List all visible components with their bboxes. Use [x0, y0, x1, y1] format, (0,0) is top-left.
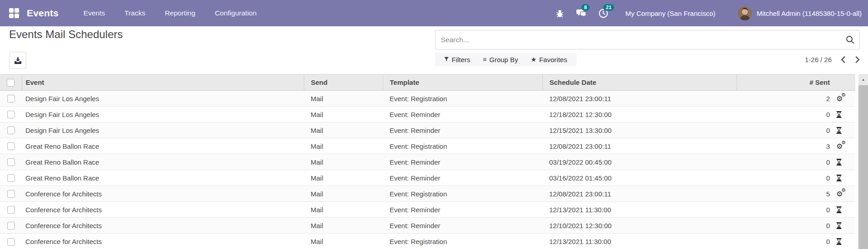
row-checkbox[interactable]	[7, 142, 15, 150]
table-row[interactable]: Conference for Architects Mail Event: Re…	[0, 234, 855, 249]
column-header-schedule-date[interactable]: Schedule Date	[542, 74, 736, 91]
cogs-icon: ⚙⚙	[836, 142, 846, 150]
search-input[interactable]	[435, 30, 860, 49]
cell-send: Mail	[304, 218, 383, 234]
filters-button[interactable]: Filters	[438, 53, 477, 66]
cell-event: Great Reno Ballon Race	[22, 138, 304, 154]
search-icon[interactable]	[846, 35, 854, 46]
favorites-button[interactable]: ★ Favorites	[524, 53, 573, 66]
cell-sent: 3	[736, 138, 833, 154]
row-checkbox[interactable]	[7, 190, 15, 198]
cell-send: Mail	[304, 91, 383, 107]
pager-previous-icon[interactable]	[841, 56, 846, 63]
company-switcher[interactable]: My Company (San Francisco)	[625, 10, 715, 17]
table-body: Design Fair Los Angeles Mail Event: Regi…	[0, 91, 855, 249]
column-header-sent[interactable]: # Sent	[736, 74, 833, 91]
page-title: Events Mail Schedulers	[9, 28, 123, 41]
menu-configuration[interactable]: Configuration	[215, 9, 257, 17]
hourglass-icon	[836, 206, 842, 214]
cell-event: Design Fair Los Angeles	[22, 107, 304, 122]
cell-send: Mail	[304, 170, 383, 186]
menu-reporting[interactable]: Reporting	[165, 9, 195, 17]
cell-sent: 2	[736, 91, 833, 107]
cell-send: Mail	[304, 202, 383, 218]
activities-badge: 21	[603, 4, 614, 11]
table-row[interactable]: Great Reno Ballon Race Mail Event: Regis…	[0, 138, 855, 154]
row-checkbox[interactable]	[7, 222, 15, 229]
cell-schedule-date: 03/19/2022 00:45:00	[542, 154, 736, 170]
column-header-template[interactable]: Template	[383, 74, 542, 91]
cell-event: Conference for Architects	[22, 218, 304, 234]
row-checkbox[interactable]	[7, 206, 15, 214]
cell-sent: 0	[736, 122, 833, 138]
apps-grid-square	[9, 14, 14, 18]
cell-template: Event: Registration	[383, 234, 542, 249]
row-checkbox[interactable]	[7, 174, 15, 182]
select-all-checkbox[interactable]	[7, 79, 15, 87]
search-bar	[435, 30, 860, 49]
table-row[interactable]: Design Fair Los Angeles Mail Event: Remi…	[0, 107, 855, 122]
table-row[interactable]: Great Reno Ballon Race Mail Event: Remin…	[0, 154, 855, 170]
table-row[interactable]: Design Fair Los Angeles Mail Event: Remi…	[0, 122, 855, 138]
search-options-bar: Filters ≡ Group By ★ Favorites	[435, 53, 576, 66]
avatar[interactable]	[738, 6, 752, 20]
group-by-button[interactable]: ≡ Group By	[477, 53, 525, 66]
cell-template: Event: Reminder	[383, 154, 542, 170]
pager-value[interactable]: 1-26 / 26	[805, 56, 832, 63]
activities-clock-icon[interactable]: 21	[597, 7, 609, 19]
group-by-bars-icon: ≡	[483, 56, 487, 63]
cell-schedule-date: 12/08/2021 23:00:11	[542, 186, 736, 202]
cell-send: Mail	[304, 122, 383, 138]
mail-schedulers-table: Event Send Template Schedule Date # Sent…	[0, 74, 855, 249]
app-brand[interactable]: Events	[27, 8, 59, 19]
cell-sent: 0	[736, 170, 833, 186]
menu-events[interactable]: Events	[83, 9, 105, 17]
row-checkbox[interactable]	[7, 238, 15, 246]
column-header-send[interactable]: Send	[304, 74, 383, 91]
cell-template: Event: Registration	[383, 138, 542, 154]
cell-template: Event: Registration	[383, 186, 542, 202]
table-row[interactable]: Conference for Architects Mail Event: Re…	[0, 202, 855, 218]
cell-schedule-date: 12/18/2021 12:30:00	[542, 107, 736, 122]
cell-event: Great Reno Ballon Race	[22, 154, 304, 170]
download-icon	[14, 57, 22, 64]
messages-badge: 8	[581, 4, 590, 11]
debug-bug-icon[interactable]	[554, 7, 566, 19]
hourglass-icon	[836, 127, 842, 134]
pager-next-icon[interactable]	[855, 56, 860, 63]
table-row[interactable]: Design Fair Los Angeles Mail Event: Regi…	[0, 91, 855, 107]
cell-schedule-date: 12/13/2021 11:30:00	[542, 202, 736, 218]
star-icon: ★	[531, 56, 536, 63]
column-header-event[interactable]: Event	[22, 74, 304, 91]
top-navbar: Events Events Tracks Reporting Configura…	[0, 0, 868, 26]
user-menu[interactable]: Mitchell Admin (11485380-15-0-all)	[756, 10, 862, 17]
table-row[interactable]: Great Reno Ballon Race Mail Event: Remin…	[0, 170, 855, 186]
row-checkbox[interactable]	[7, 158, 15, 166]
apps-grid-square	[9, 8, 14, 13]
cell-schedule-date: 12/08/2021 23:00:11	[542, 138, 736, 154]
hourglass-icon	[836, 174, 842, 182]
table-row[interactable]: Conference for Architects Mail Event: Re…	[0, 186, 855, 202]
row-checkbox[interactable]	[7, 127, 15, 134]
cell-template: Event: Reminder	[383, 170, 542, 186]
menu-tracks[interactable]: Tracks	[124, 9, 145, 17]
export-button[interactable]	[9, 52, 26, 69]
cogs-icon: ⚙⚙	[836, 95, 846, 103]
scrollbar-thumb[interactable]	[858, 85, 868, 249]
main-menu: Events Tracks Reporting Configuration	[83, 9, 257, 17]
scrollbar-up-arrow-icon[interactable]: ▲	[858, 74, 868, 85]
column-header-state	[833, 74, 855, 91]
apps-grid-icon[interactable]	[9, 8, 19, 18]
hourglass-icon	[836, 238, 842, 245]
systray: 8 21 My Company (San Francisco) Mitchell…	[554, 6, 862, 20]
row-checkbox[interactable]	[7, 111, 15, 118]
cell-event: Great Reno Ballon Race	[22, 170, 304, 186]
table-row[interactable]: Conference for Architects Mail Event: Re…	[0, 218, 855, 234]
cell-send: Mail	[304, 154, 383, 170]
hourglass-icon	[836, 111, 842, 118]
cell-sent: 0	[736, 107, 833, 122]
row-checkbox[interactable]	[7, 95, 15, 103]
messages-icon[interactable]: 8	[575, 7, 587, 19]
cell-sent: 0	[736, 218, 833, 234]
cell-event: Conference for Architects	[22, 202, 304, 218]
